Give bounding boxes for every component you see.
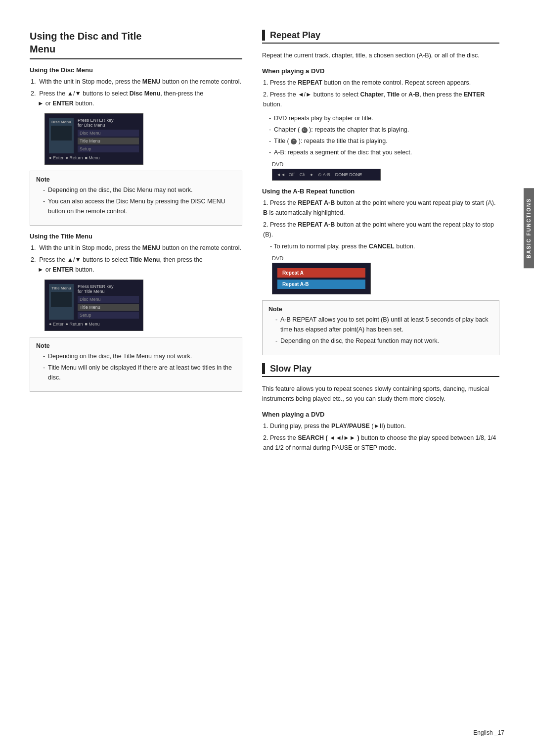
- disc-note-1: Depending on the disc, the Disc Menu may…: [43, 185, 236, 195]
- ab-dvd-screen-block: DVD Repeat A Repeat A-B: [272, 255, 499, 294]
- disc-menu-note-title: Note: [36, 176, 236, 183]
- title-dvd-controls: ● Enter● Return■ Menu: [49, 322, 139, 327]
- slow-play-title: Slow Play: [270, 364, 312, 374]
- disc-menu-screen: Disc Menu Press ENTER keyfor Disc Menu D…: [44, 113, 242, 165]
- repeat-ab-indicator: Repeat A-B: [277, 280, 365, 289]
- disc-menu-step-1: 1. With the unit in Stop mode, press the…: [30, 77, 242, 87]
- ab-dvd-screen: Repeat A Repeat A-B: [272, 263, 371, 294]
- slow-play-section-title: Slow Play: [262, 363, 499, 377]
- slow-play-intro: This feature allows you to repeat scenes…: [262, 384, 499, 404]
- right-column: Repeat Play Repeat the current track, ch…: [257, 30, 504, 726]
- repeat-note-title: Note: [268, 306, 493, 313]
- title-note-2: Title Menu will only be displayed if the…: [43, 363, 236, 382]
- section-title-bar: [262, 30, 265, 41]
- ab-repeat-title: Using the A-B Repeat function: [262, 188, 499, 195]
- ab-step-2: 2. Press the REPEAT A-B button at the po…: [262, 220, 499, 239]
- repeat-step-1: 1. Press the REPEAT button on the remote…: [262, 78, 499, 88]
- title-menu-step-2: 2. Press the ▲/▼ buttons to select Title…: [30, 255, 242, 275]
- repeat-step-2: 2. Press the ◄/► buttons to select Chapt…: [262, 90, 499, 109]
- repeat-note-box: Note A-B REPEAT allows you to set point …: [262, 300, 499, 355]
- ab-repeat-steps: 1. Press the REPEAT A-B button at the po…: [262, 198, 499, 251]
- disc-menu-section: Using the Disc Menu 1. With the unit in …: [30, 66, 242, 226]
- title-menu-step-1: 1. With the unit in Stop mode, press the…: [30, 243, 242, 253]
- repeat-dvd-title: When playing a DVD: [262, 67, 499, 75]
- disc-menu-note-list: Depending on the disc, the Disc Menu may…: [36, 185, 236, 216]
- title-menu-steps: 1. With the unit in Stop mode, press the…: [30, 243, 242, 275]
- page-footer: English _17: [473, 729, 504, 736]
- repeat-screen-row: ◄◄ Off Ch ● ⊙ A-B DONE DONE: [276, 172, 376, 177]
- slow-play-title-bar: [262, 363, 265, 374]
- repeat-bullet-3: Title ( T ): repeats the title that is p…: [269, 136, 499, 146]
- repeat-bullet-1: DVD repeats play by chapter or title.: [269, 113, 499, 123]
- disc-menu-steps: 1. With the unit in Stop mode, press the…: [30, 77, 242, 108]
- ab-step-3: - To return to normal play, press the CA…: [262, 241, 499, 251]
- page: Using the Disc and Title Menu Using the …: [0, 0, 534, 756]
- disc-dvd-controls: ● Enter● Return■ Menu: [49, 155, 139, 160]
- main-title-line1: Using the Disc and Title: [30, 31, 141, 42]
- slow-play-dvd-title: When playing a DVD: [262, 411, 499, 418]
- disc-menu-step-2: 2. Press the ▲/▼ buttons to select Disc …: [30, 89, 242, 108]
- side-label-text: BASIC FUNCTIONS: [526, 198, 532, 258]
- repeat-note-list: A-B REPEAT allows you to set point (B) u…: [268, 315, 493, 346]
- title-menu-note: Note Depending on the disc, the Title Me…: [30, 337, 242, 392]
- side-functions-label: BASIC FUNCTIONS: [524, 188, 534, 268]
- main-title-block: Using the Disc and Title Menu: [30, 30, 242, 59]
- slow-step-1: 1. During play, press the PLAY/PAUSE (►I…: [262, 421, 499, 431]
- title-menu-note-title: Note: [36, 342, 236, 349]
- repeat-play-intro: Repeat the current track, chapter, title…: [262, 50, 499, 60]
- title-menu-title: Using the Title Menu: [30, 233, 242, 240]
- footer-text: English _17: [473, 729, 504, 736]
- repeat-dvd-screen: ◄◄ Off Ch ● ⊙ A-B DONE DONE: [272, 169, 381, 181]
- title-menu-screen: Title Menu Press ENTER keyfor Title Menu…: [44, 280, 242, 331]
- ab-dvd-label: DVD: [272, 255, 499, 261]
- title-screen-label: Press ENTER keyfor Title Menu: [78, 284, 139, 294]
- disc-menu-title: Using the Disc Menu: [30, 66, 242, 74]
- title-menu-note-list: Depending on the disc, the Title Menu ma…: [36, 351, 236, 382]
- repeat-a-indicator: Repeat A: [277, 268, 365, 278]
- disc-menu-dvd-screen: Disc Menu Press ENTER keyfor Disc Menu D…: [44, 113, 143, 165]
- disc-note-2: You can also access the Disc Menu by pre…: [43, 196, 236, 216]
- repeat-note-2: Depending on the disc, the Repeat functi…: [275, 336, 493, 346]
- repeat-note-1: A-B REPEAT allows you to set point (B) u…: [275, 315, 493, 334]
- repeat-play-section-title: Repeat Play: [262, 30, 499, 44]
- slow-play-section: Slow Play This feature allows you to rep…: [262, 363, 499, 453]
- repeat-dvd-bullets: DVD repeats play by chapter or title. Ch…: [262, 113, 499, 157]
- main-title-line2: Menu: [30, 44, 55, 54]
- left-column: Using the Disc and Title Menu Using the …: [30, 30, 257, 726]
- title-menu-section: Using the Title Menu 1. With the unit in…: [30, 233, 242, 392]
- repeat-bullet-4: A-B: repeats a segment of the disc that …: [269, 147, 499, 157]
- main-title: Using the Disc and Title Menu: [30, 30, 242, 55]
- repeat-dvd-steps: 1. Press the REPEAT button on the remote…: [262, 78, 499, 109]
- repeat-play-title: Repeat Play: [270, 30, 320, 41]
- repeat-play-section: Repeat Play Repeat the current track, ch…: [262, 30, 499, 355]
- title-note-1: Depending on the disc, the Title Menu ma…: [43, 351, 236, 361]
- repeat-dvd-label: DVD: [272, 161, 499, 167]
- disc-screen-label: Press ENTER keyfor Disc Menu: [78, 118, 139, 128]
- title-menu-dvd-screen: Title Menu Press ENTER keyfor Title Menu…: [44, 280, 143, 331]
- slow-step-2: 2. Press the SEARCH ( ◄◄/►► ) button to …: [262, 433, 499, 453]
- ab-step-1: 1. Press the REPEAT A-B button at the po…: [262, 198, 499, 218]
- repeat-bullet-2: Chapter ( C ): repeats the chapter that …: [269, 125, 499, 135]
- disc-menu-note: Note Depending on the disc, the Disc Men…: [30, 171, 242, 226]
- repeat-dvd-screen-block: DVD ◄◄ Off Ch ● ⊙ A-B DONE DONE: [272, 161, 499, 181]
- slow-play-steps: 1. During play, press the PLAY/PAUSE (►I…: [262, 421, 499, 453]
